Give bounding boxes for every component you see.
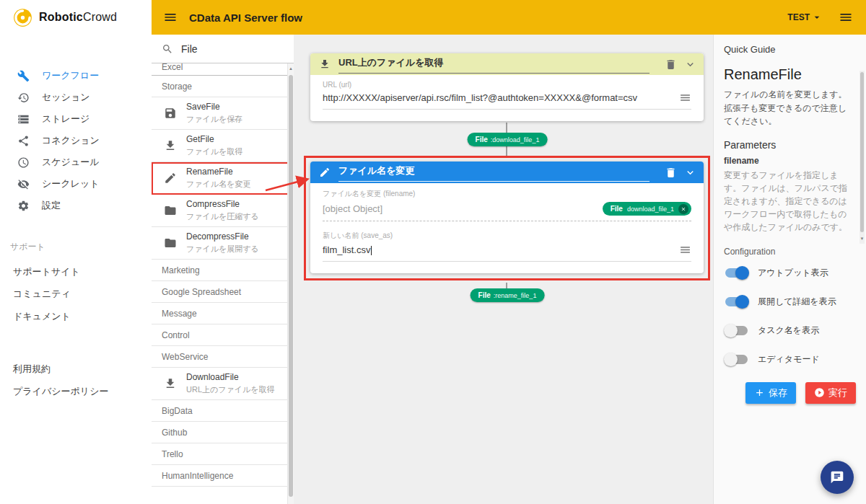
chip-type: File bbox=[611, 205, 623, 213]
chip-remove-icon[interactable] bbox=[678, 204, 688, 214]
sidebar-link-support-site[interactable]: サポートサイト bbox=[0, 260, 152, 283]
palette-section-trello[interactable]: Trello bbox=[152, 443, 294, 465]
sidebar-item-workflow[interactable]: ワークフロー bbox=[0, 65, 152, 87]
palette-section-google-spreadsheet[interactable]: Google Spreadsheet bbox=[152, 281, 294, 303]
sidebar-item-schedule[interactable]: スケジュール bbox=[0, 151, 152, 173]
palette-task-decompressfile[interactable]: DecompressFileファイルを展開する bbox=[152, 227, 294, 260]
palette-section-storage[interactable]: Storage bbox=[152, 76, 294, 97]
field-menu-icon[interactable] bbox=[679, 244, 691, 256]
palette-section-webservice[interactable]: WebService bbox=[152, 346, 294, 368]
node-header[interactable]: ファイル名を変更 bbox=[310, 162, 704, 183]
sidebar-link-terms[interactable]: 利用規約 bbox=[0, 358, 152, 380]
task-name: RenameFile bbox=[186, 167, 250, 177]
palette-section-control[interactable]: Control bbox=[152, 324, 294, 346]
guide-task-description: ファイルの名前を変更します。拡張子も変更できるので注意してください。 bbox=[724, 88, 849, 128]
toggle-editor-mode[interactable]: エディタモード bbox=[724, 353, 856, 366]
palette-task-savefile[interactable]: SaveFileファイルを保存 bbox=[152, 97, 294, 130]
toggle-switch[interactable] bbox=[725, 355, 748, 364]
toggle-switch[interactable] bbox=[725, 297, 748, 306]
task-name: DownloadFile bbox=[186, 372, 275, 382]
file-variable-chip[interactable]: File download_file_1 bbox=[603, 202, 691, 216]
sidebar-item-label: シークレット bbox=[42, 177, 100, 190]
toggle-label: タスク名を表示 bbox=[758, 324, 819, 337]
toggle-switch[interactable] bbox=[725, 268, 748, 278]
annotation-highlight-box: ファイル名を変更 ファイル名を変更 (filename) [object Obj… bbox=[304, 156, 710, 280]
search-icon bbox=[162, 43, 173, 55]
palette-section-humanintelligence[interactable]: HumanIntelligence bbox=[152, 465, 294, 487]
toggle-switch[interactable] bbox=[725, 326, 748, 335]
download-icon bbox=[164, 377, 177, 390]
trash-icon[interactable] bbox=[665, 58, 677, 71]
palette-task-downloadfile[interactable]: DownloadFileURL上のファイルを取得 bbox=[152, 368, 294, 400]
palette-section-github[interactable]: Github bbox=[152, 422, 294, 443]
task-name: SaveFile bbox=[186, 102, 242, 112]
url-field-value[interactable]: http://XXXXX/apiserver/api.rsc/film_list… bbox=[323, 92, 672, 103]
palette-search[interactable] bbox=[152, 35, 294, 63]
chat-widget-button[interactable] bbox=[821, 461, 854, 494]
palette-task-compressfile[interactable]: CompressFileファイルを圧縮する bbox=[152, 195, 294, 227]
quick-guide-header: Quick Guide bbox=[724, 44, 856, 55]
scrollbar-up-icon[interactable]: ▲ bbox=[288, 65, 294, 72]
save-as-field-value[interactable]: film_list.csv bbox=[323, 244, 672, 255]
filename-field[interactable]: [object Object] File download_file_1 bbox=[323, 199, 691, 221]
palette-scrollbar-thumb[interactable] bbox=[289, 75, 293, 497]
task-name: GetFile bbox=[186, 134, 242, 144]
task-node-renamefile[interactable]: ファイル名を変更 ファイル名を変更 (filename) [object Obj… bbox=[310, 162, 704, 273]
search-input[interactable] bbox=[181, 43, 268, 55]
toggle-show-task-name[interactable]: タスク名を表示 bbox=[724, 324, 856, 337]
sidebar-link-document[interactable]: ドキュメント bbox=[0, 305, 152, 327]
sidebar-link-community[interactable]: コミュニティ bbox=[0, 283, 152, 305]
history-icon bbox=[17, 92, 30, 104]
guide-scrollbar[interactable]: ▼ bbox=[860, 71, 865, 244]
brand[interactable]: RoboticCrowd bbox=[0, 0, 152, 35]
task-desc: URL上のファイルを取得 bbox=[186, 384, 275, 395]
node-header[interactable]: URL上のファイルを取得 bbox=[310, 53, 704, 75]
palette-section-bigdata[interactable]: BigData bbox=[152, 400, 294, 422]
palette-section-message[interactable]: Message bbox=[152, 303, 294, 324]
sidebar-item-settings[interactable]: 設定 bbox=[0, 195, 152, 216]
palette-task-renamefile[interactable]: RenameFileファイル名を変更 bbox=[152, 162, 294, 195]
palette-task-getfile[interactable]: GetFileファイルを取得 bbox=[152, 130, 294, 162]
run-button[interactable]: 実行 bbox=[805, 382, 856, 404]
chip-type: File bbox=[476, 136, 488, 143]
save-as-field[interactable]: film_list.csv bbox=[323, 241, 691, 262]
node-title-input[interactable]: ファイル名を変更 bbox=[338, 163, 650, 182]
toggle-output-display[interactable]: アウトプット表示 bbox=[724, 267, 856, 279]
folder-icon bbox=[164, 236, 177, 249]
palette-section-marketing[interactable]: Marketing bbox=[152, 260, 294, 281]
play-circle-icon bbox=[814, 387, 825, 398]
field-menu-icon[interactable] bbox=[679, 92, 691, 104]
toggle-expand-details[interactable]: 展開して詳細を表示 bbox=[724, 296, 856, 308]
chevron-down-icon[interactable] bbox=[684, 167, 696, 179]
menu-icon[interactable] bbox=[163, 10, 178, 25]
sidebar-item-connection[interactable]: コネクション bbox=[0, 130, 152, 151]
folder-icon bbox=[164, 204, 177, 217]
palette-scrollbar[interactable]: ▲ bbox=[287, 63, 294, 504]
output-chip-rename-file[interactable]: File :rename_file_1 bbox=[471, 288, 545, 302]
topbar: CData API Server flow TEST bbox=[152, 0, 866, 35]
download-icon bbox=[319, 58, 331, 70]
env-dropdown[interactable]: TEST bbox=[787, 12, 823, 23]
page-title: CData API Server flow bbox=[189, 12, 302, 24]
filename-field-value[interactable]: [object Object] bbox=[323, 203, 595, 214]
trash-icon[interactable] bbox=[665, 167, 677, 179]
task-node-downloadfile[interactable]: URL上のファイルを取得 URL (url) http://XXXXX/apis… bbox=[310, 53, 704, 121]
sidebar-item-storage[interactable]: ストレージ bbox=[0, 108, 152, 130]
sidebar-item-label: ストレージ bbox=[42, 112, 89, 125]
sidebar-item-session[interactable]: セッション bbox=[0, 87, 152, 108]
guide-scroll-area[interactable]: RenameFile ファイルの名前を変更します。拡張子も変更できるので注意して… bbox=[724, 66, 856, 234]
flow-canvas[interactable]: URL上のファイルを取得 URL (url) http://XXXXX/apis… bbox=[294, 35, 713, 504]
output-chip-download-file[interactable]: File :download_file_1 bbox=[468, 133, 548, 146]
chevron-down-icon[interactable] bbox=[684, 58, 696, 71]
sidebar-link-privacy-policy[interactable]: プライバシーポリシー bbox=[0, 380, 152, 402]
toggle-label: 展開して詳細を表示 bbox=[758, 296, 836, 308]
url-field[interactable]: http://XXXXX/apiserver/api.rsc/film_list… bbox=[323, 89, 691, 110]
scrollbar-down-icon[interactable]: ▼ bbox=[860, 235, 865, 242]
save-button[interactable]: 保存 bbox=[745, 382, 796, 404]
overflow-menu-icon[interactable] bbox=[839, 10, 853, 25]
palette-section-excel[interactable]: Excel bbox=[152, 63, 294, 76]
node-title-input[interactable]: URL上のファイルを取得 bbox=[338, 55, 650, 74]
pencil-icon bbox=[164, 172, 177, 185]
sidebar-item-secret[interactable]: シークレット bbox=[0, 173, 152, 195]
guide-scrollbar-thumb[interactable] bbox=[860, 72, 864, 232]
